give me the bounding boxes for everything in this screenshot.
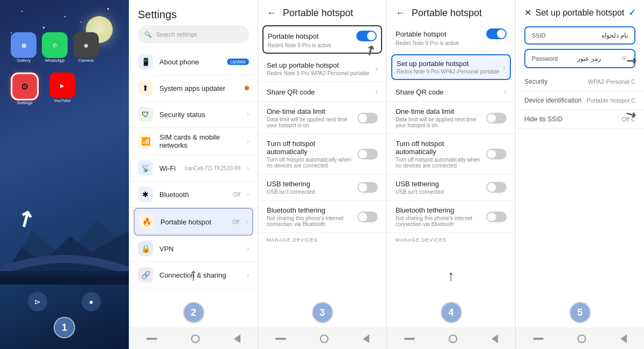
app-settings[interactable]: ⚙ Settings — [11, 72, 39, 105]
hotspot-toggle-sub: Redmi Note 9 Pro is active — [268, 42, 377, 48]
app-grid: ▦ Gallery ✆ WhatsApp ◉ Camera ⚙ Settings… — [11, 32, 118, 105]
wifi-arrow: › — [247, 164, 249, 172]
data-limit-sub: Data limit will be applied next time you… — [267, 117, 357, 128]
security-arrow: › — [247, 111, 249, 118]
device-id-value: Portable hotspot C — [587, 97, 635, 104]
nav-recent-3[interactable] — [275, 338, 286, 340]
wifi-value: IranCell-TD-TK2510-99 — [185, 165, 240, 171]
bt-tethering-toggle-4[interactable] — [486, 212, 507, 222]
home-screen-panel: ▦ Gallery ✆ WhatsApp ◉ Camera ⚙ Settings… — [0, 0, 129, 349]
share-qr-arrow: › — [375, 88, 378, 96]
setup-hotspot-label-3: Set up portable hotspot — [267, 61, 370, 69]
hotspot-icon: 🔥 — [139, 214, 154, 229]
security-row[interactable]: Security WPA2-Personal C — [516, 72, 644, 91]
ssid-field[interactable]: SSID نام دلخواه — [524, 26, 635, 45]
usb-tethering-label-4: USB tethering — [396, 180, 444, 188]
dock-item-1[interactable]: ⊳ — [28, 292, 47, 311]
usb-tethering-item-4[interactable]: USB tethering USB isn't connected — [387, 174, 515, 201]
settings-item-hotspot[interactable]: 🔥 Portable hotspot Off › — [134, 208, 253, 236]
nav-recent-5[interactable] — [533, 338, 544, 340]
security-row-value: WPA2-Personal C — [588, 78, 635, 85]
hotspot-toggle-item-4[interactable]: Portable hotspot Redmi Note 9 Pro is act… — [387, 23, 515, 52]
settings-item-about[interactable]: 📱 About phone Update — [129, 49, 258, 75]
nav-back-3[interactable] — [363, 335, 369, 343]
usb-tethering-toggle-4[interactable] — [486, 182, 507, 193]
arrow-hotspot: ↑ — [189, 265, 198, 285]
hotspot-panel-4: ← Portable hotspot Portable hotspot Redm… — [386, 0, 515, 349]
setup-hotspot-item-4[interactable]: Set up portable hotspot Redmi Note 9 Pro… — [391, 54, 511, 80]
back-button-3[interactable]: ← — [267, 8, 276, 19]
data-limit-toggle-4[interactable] — [486, 113, 507, 123]
nav-recent[interactable] — [147, 338, 157, 340]
device-id-row[interactable]: Device identification Portable hotspot C — [516, 91, 644, 110]
share-qr-item-4[interactable]: Share QR code › — [387, 82, 515, 102]
nav-home[interactable] — [191, 335, 200, 343]
settings-item-vpn[interactable]: 🔒 VPN › — [129, 236, 258, 262]
hotspot-toggle-label: Portable hotspot — [268, 32, 319, 40]
vpn-label: VPN — [159, 245, 240, 253]
app-youtube[interactable]: ▶ YouTube — [49, 72, 75, 105]
search-bar[interactable]: 🔍 Search settings — [138, 25, 249, 43]
arrow-setup-4: ↑ — [448, 267, 455, 285]
back-button-4[interactable]: ← — [396, 8, 405, 19]
data-limit-item[interactable]: One-time data limit Data limit will be a… — [258, 102, 386, 134]
hotspot-toggle-on-4[interactable] — [486, 28, 507, 39]
settings-item-wifi[interactable]: 📡 Wi-Fi IranCell-TD-TK2510-99 › — [129, 155, 258, 181]
nav-home-3[interactable] — [320, 335, 328, 343]
setup-arrow-3: › — [375, 64, 378, 73]
data-limit-label: One-time data limit — [267, 107, 357, 115]
app-whatsapp[interactable]: ✆ WhatsApp — [42, 32, 68, 63]
about-icon: 📱 — [138, 54, 153, 69]
usb-tethering-label: USB tethering — [267, 180, 315, 188]
step-number-4: 4 — [441, 302, 462, 323]
settings-item-sim[interactable]: 📶 SIM cards & mobile networks › — [129, 128, 258, 155]
app-camera[interactable]: ◉ Camera — [73, 32, 99, 63]
app-gallery[interactable]: ▦ Gallery — [11, 32, 36, 63]
nav-home-4[interactable] — [449, 335, 457, 343]
nav-recent-4[interactable] — [404, 338, 415, 340]
hotspot-label: Portable hotspot — [160, 218, 226, 226]
update-badge: Update — [227, 59, 249, 65]
bt-tethering-item-4[interactable]: Bluetooth tethering Not sharing this pho… — [387, 201, 515, 233]
nav-back[interactable] — [234, 335, 240, 343]
nav-home-5[interactable] — [577, 335, 586, 343]
password-field[interactable]: Password رمز عبور 👁 — [524, 49, 635, 68]
dot-badge — [245, 86, 249, 90]
step-number-3: 3 — [312, 302, 333, 323]
sysapps-label: System apps updater — [159, 84, 238, 92]
check-button-5[interactable]: ✓ — [628, 8, 635, 18]
hotspot-arrow: › — [246, 218, 248, 226]
turn-off-auto-toggle[interactable] — [357, 149, 378, 159]
share-qr-item[interactable]: Share QR code › — [258, 82, 386, 102]
usb-tethering-toggle[interactable] — [357, 182, 378, 193]
settings-item-security[interactable]: 🛡 Security status › — [129, 101, 258, 128]
turn-off-auto-item[interactable]: Turn off hotspot automatically Turn off … — [258, 134, 386, 174]
settings-panel: Settings 🔍 Search settings 📱 About phone… — [129, 0, 258, 349]
nav-back-5[interactable] — [620, 335, 627, 343]
usb-tethering-item[interactable]: USB tethering USB isn't connected — [258, 174, 386, 201]
data-limit-toggle[interactable] — [357, 113, 378, 123]
setup-header-5: ✕ Set up portable hotspot ✓ — [516, 0, 644, 22]
settings-item-sysapps[interactable]: ⬆ System apps updater — [129, 75, 258, 101]
setup-hotspot-label-4: Set up portable hotspot — [397, 60, 500, 68]
dock-item-2[interactable]: ● — [82, 292, 101, 311]
data-limit-item-4[interactable]: One-time data limit Data limit will be a… — [387, 102, 515, 134]
connection-icon: 🔗 — [138, 267, 153, 282]
turn-off-auto-toggle-4[interactable] — [486, 149, 507, 159]
turn-off-auto-item-4[interactable]: Turn off hotspot automatically Turn off … — [387, 134, 515, 174]
search-placeholder: Search settings — [156, 31, 197, 38]
hotspot-value: Off — [232, 219, 239, 225]
bottom-dock: ⊳ ● — [0, 292, 129, 311]
vpn-arrow: › — [247, 245, 249, 252]
turn-off-auto-label: Turn off hotspot automatically — [267, 140, 353, 156]
hotspot-title-4: Portable hotspot — [412, 8, 482, 19]
close-button-5[interactable]: ✕ — [524, 8, 531, 18]
settings-item-bluetooth[interactable]: ✱ Bluetooth Off › — [129, 181, 258, 208]
turn-off-auto-label-4: Turn off hotspot automatically — [396, 140, 482, 156]
bt-tethering-item[interactable]: Bluetooth tethering Not sharing this pho… — [258, 201, 386, 233]
hotspot-toggle-on[interactable] — [356, 31, 377, 41]
bt-tethering-toggle[interactable] — [357, 212, 378, 222]
nav-back-4[interactable] — [492, 335, 498, 343]
setup-hotspot-item-3[interactable]: Set up portable hotspot Redmi Note 9 Pro… — [258, 56, 386, 82]
step-number-1: 1 — [54, 317, 75, 338]
